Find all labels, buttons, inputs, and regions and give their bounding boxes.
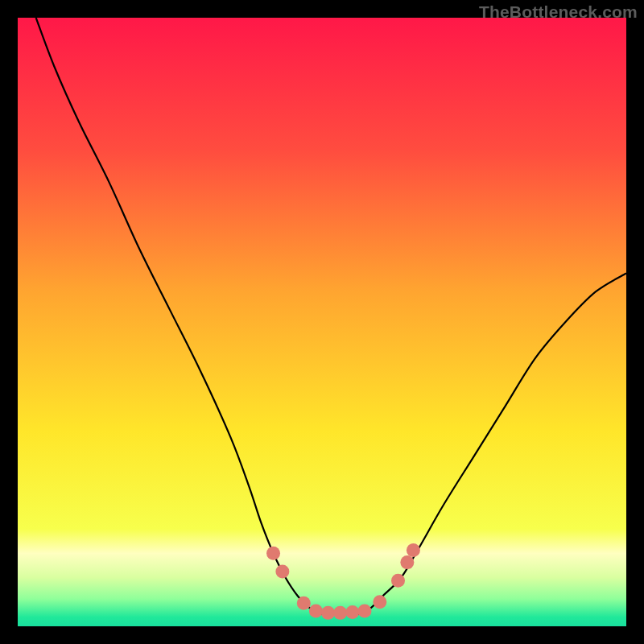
data-marker (297, 597, 311, 610)
gradient-background (18, 18, 626, 626)
plot-svg (18, 18, 626, 626)
data-marker (321, 606, 335, 620)
data-marker (333, 606, 347, 620)
data-marker (407, 543, 420, 557)
data-marker (391, 574, 405, 588)
data-marker (345, 605, 359, 619)
plot-area (18, 18, 626, 626)
chart-frame: TheBottleneck.com (0, 0, 644, 644)
data-marker (357, 605, 371, 618)
data-marker (275, 564, 289, 578)
data-marker (266, 547, 280, 560)
data-marker (309, 605, 323, 618)
watermark-text: TheBottleneck.com (479, 2, 638, 22)
data-marker (400, 555, 414, 569)
data-marker (373, 595, 386, 609)
